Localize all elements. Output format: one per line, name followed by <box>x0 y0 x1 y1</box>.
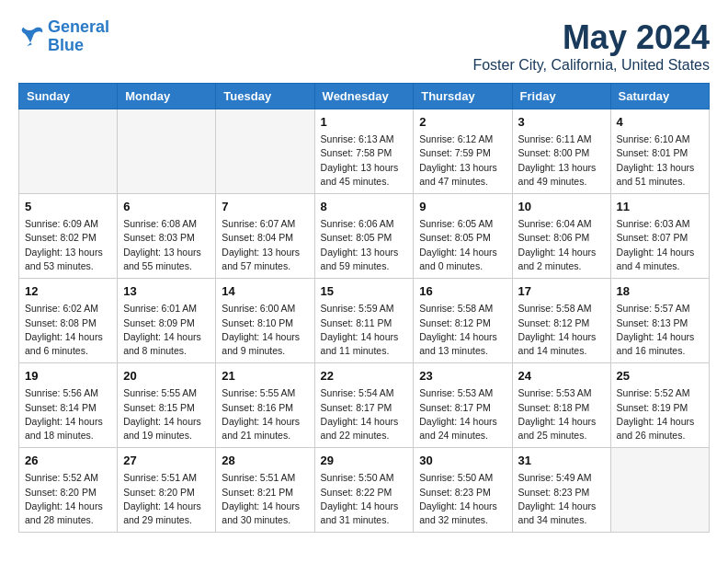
day-info: Sunrise: 5:53 AMSunset: 8:18 PMDaylight:… <box>518 386 605 442</box>
calendar-cell: 23Sunrise: 5:53 AMSunset: 8:17 PMDayligh… <box>414 363 512 448</box>
day-info: Sunrise: 6:00 AMSunset: 8:10 PMDaylight:… <box>222 302 308 358</box>
calendar-cell: 28Sunrise: 5:51 AMSunset: 8:21 PMDayligh… <box>216 448 314 533</box>
day-info: Sunrise: 5:55 AMSunset: 8:15 PMDaylight:… <box>123 386 210 442</box>
day-number: 14 <box>222 283 308 300</box>
day-number: 26 <box>25 453 111 469</box>
day-number: 9 <box>419 199 506 215</box>
day-number: 10 <box>518 199 605 215</box>
weekday-header-tuesday: Tuesday <box>216 84 314 109</box>
day-number: 28 <box>222 453 308 469</box>
weekday-header-row: SundayMondayTuesdayWednesdayThursdayFrid… <box>19 84 710 109</box>
day-info: Sunrise: 6:01 AMSunset: 8:09 PMDaylight:… <box>123 302 210 358</box>
day-number: 21 <box>222 368 308 385</box>
day-info: Sunrise: 5:57 AMSunset: 8:13 PMDaylight:… <box>617 302 703 358</box>
logo: General Blue <box>18 18 109 55</box>
day-number: 6 <box>123 199 210 215</box>
weekday-header-friday: Friday <box>512 84 610 109</box>
day-info: Sunrise: 5:56 AMSunset: 8:14 PMDaylight:… <box>25 386 111 442</box>
day-info: Sunrise: 6:03 AMSunset: 8:07 PMDaylight:… <box>617 217 703 273</box>
day-number: 3 <box>518 114 605 131</box>
calendar-cell: 1Sunrise: 6:13 AMSunset: 7:58 PMDaylight… <box>314 109 414 194</box>
calendar-cell: 27Sunrise: 5:51 AMSunset: 8:20 PMDayligh… <box>118 448 216 533</box>
day-info: Sunrise: 5:51 AMSunset: 8:21 PMDaylight:… <box>222 471 308 527</box>
calendar-cell: 7Sunrise: 6:07 AMSunset: 8:04 PMDaylight… <box>216 194 314 279</box>
day-number: 7 <box>222 199 308 215</box>
calendar-table: SundayMondayTuesdayWednesdayThursdayFrid… <box>18 83 710 533</box>
calendar-cell: 10Sunrise: 6:04 AMSunset: 8:06 PMDayligh… <box>512 194 610 279</box>
day-info: Sunrise: 6:07 AMSunset: 8:04 PMDaylight:… <box>222 217 308 273</box>
calendar-cell: 12Sunrise: 6:02 AMSunset: 8:08 PMDayligh… <box>19 279 118 363</box>
weekday-header-thursday: Thursday <box>414 84 512 109</box>
day-info: Sunrise: 5:59 AMSunset: 8:11 PMDaylight:… <box>321 302 408 358</box>
day-info: Sunrise: 5:51 AMSunset: 8:20 PMDaylight:… <box>123 471 210 527</box>
day-info: Sunrise: 5:52 AMSunset: 8:20 PMDaylight:… <box>25 471 111 527</box>
day-info: Sunrise: 6:08 AMSunset: 8:03 PMDaylight:… <box>123 217 210 273</box>
day-info: Sunrise: 5:50 AMSunset: 8:22 PMDaylight:… <box>321 471 408 527</box>
calendar-cell: 21Sunrise: 5:55 AMSunset: 8:16 PMDayligh… <box>216 363 314 448</box>
calendar-cell <box>19 109 118 194</box>
day-number: 11 <box>617 199 703 215</box>
day-number: 16 <box>419 283 506 300</box>
logo-text: General Blue <box>48 18 109 55</box>
day-info: Sunrise: 5:58 AMSunset: 8:12 PMDaylight:… <box>419 302 506 358</box>
calendar-cell: 26Sunrise: 5:52 AMSunset: 8:20 PMDayligh… <box>19 448 118 533</box>
logo-icon <box>18 26 44 48</box>
weekday-header-saturday: Saturday <box>610 84 709 109</box>
calendar-cell: 30Sunrise: 5:50 AMSunset: 8:23 PMDayligh… <box>414 448 512 533</box>
week-row-2: 5Sunrise: 6:09 AMSunset: 8:02 PMDaylight… <box>19 194 710 279</box>
day-number: 5 <box>25 199 111 215</box>
calendar-cell: 24Sunrise: 5:53 AMSunset: 8:18 PMDayligh… <box>512 363 610 448</box>
day-number: 25 <box>617 368 703 385</box>
day-number: 2 <box>419 114 506 131</box>
day-number: 20 <box>123 368 210 385</box>
location-title: Foster City, California, United States <box>472 57 710 74</box>
day-info: Sunrise: 6:12 AMSunset: 7:59 PMDaylight:… <box>419 132 506 189</box>
calendar-cell <box>610 448 709 533</box>
calendar-cell: 11Sunrise: 6:03 AMSunset: 8:07 PMDayligh… <box>610 194 709 279</box>
day-number: 1 <box>321 114 408 131</box>
calendar-cell: 20Sunrise: 5:55 AMSunset: 8:15 PMDayligh… <box>118 363 216 448</box>
calendar-cell: 4Sunrise: 6:10 AMSunset: 8:01 PMDaylight… <box>610 109 709 194</box>
day-number: 22 <box>321 368 408 385</box>
calendar-cell: 9Sunrise: 6:05 AMSunset: 8:05 PMDaylight… <box>414 194 512 279</box>
day-info: Sunrise: 6:02 AMSunset: 8:08 PMDaylight:… <box>25 302 111 358</box>
day-info: Sunrise: 6:04 AMSunset: 8:06 PMDaylight:… <box>518 217 605 273</box>
day-number: 29 <box>321 453 408 469</box>
day-number: 13 <box>123 283 210 300</box>
day-info: Sunrise: 5:53 AMSunset: 8:17 PMDaylight:… <box>419 386 506 442</box>
calendar-cell: 18Sunrise: 5:57 AMSunset: 8:13 PMDayligh… <box>610 279 709 363</box>
day-info: Sunrise: 5:55 AMSunset: 8:16 PMDaylight:… <box>222 386 308 442</box>
calendar-cell: 22Sunrise: 5:54 AMSunset: 8:17 PMDayligh… <box>314 363 414 448</box>
week-row-3: 12Sunrise: 6:02 AMSunset: 8:08 PMDayligh… <box>19 279 710 363</box>
calendar-cell: 15Sunrise: 5:59 AMSunset: 8:11 PMDayligh… <box>314 279 414 363</box>
week-row-4: 19Sunrise: 5:56 AMSunset: 8:14 PMDayligh… <box>19 363 710 448</box>
day-number: 19 <box>25 368 111 385</box>
day-number: 18 <box>617 283 703 300</box>
day-number: 23 <box>419 368 506 385</box>
day-info: Sunrise: 6:06 AMSunset: 8:05 PMDaylight:… <box>321 217 408 273</box>
day-info: Sunrise: 6:09 AMSunset: 8:02 PMDaylight:… <box>25 217 111 273</box>
day-info: Sunrise: 6:10 AMSunset: 8:01 PMDaylight:… <box>617 132 703 189</box>
day-info: Sunrise: 6:13 AMSunset: 7:58 PMDaylight:… <box>321 132 408 189</box>
day-info: Sunrise: 6:11 AMSunset: 8:00 PMDaylight:… <box>518 132 605 189</box>
calendar-cell: 3Sunrise: 6:11 AMSunset: 8:00 PMDaylight… <box>512 109 610 194</box>
calendar-cell <box>216 109 314 194</box>
day-info: Sunrise: 5:54 AMSunset: 8:17 PMDaylight:… <box>321 386 408 442</box>
day-number: 17 <box>518 283 605 300</box>
day-number: 27 <box>123 453 210 469</box>
calendar-cell: 17Sunrise: 5:58 AMSunset: 8:12 PMDayligh… <box>512 279 610 363</box>
day-number: 15 <box>321 283 408 300</box>
week-row-5: 26Sunrise: 5:52 AMSunset: 8:20 PMDayligh… <box>19 448 710 533</box>
weekday-header-monday: Monday <box>118 84 216 109</box>
title-block: May 2024 Foster City, California, United… <box>472 18 710 74</box>
calendar-cell: 8Sunrise: 6:06 AMSunset: 8:05 PMDaylight… <box>314 194 414 279</box>
day-number: 8 <box>321 199 408 215</box>
weekday-header-sunday: Sunday <box>19 84 118 109</box>
weekday-header-wednesday: Wednesday <box>314 84 414 109</box>
day-info: Sunrise: 5:58 AMSunset: 8:12 PMDaylight:… <box>518 302 605 358</box>
day-number: 24 <box>518 368 605 385</box>
calendar-cell: 31Sunrise: 5:49 AMSunset: 8:23 PMDayligh… <box>512 448 610 533</box>
day-number: 12 <box>25 283 111 300</box>
month-title: May 2024 <box>472 18 710 57</box>
calendar-cell: 16Sunrise: 5:58 AMSunset: 8:12 PMDayligh… <box>414 279 512 363</box>
